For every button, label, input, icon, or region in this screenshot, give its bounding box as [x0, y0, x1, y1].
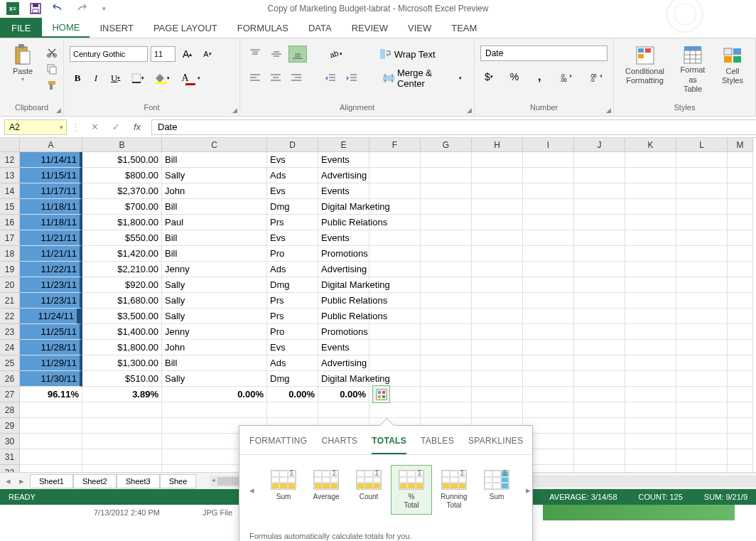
cell[interactable] [625, 465, 676, 472]
sheet-tab[interactable]: Sheet2 [73, 474, 117, 488]
row-header[interactable]: 15 [0, 199, 20, 215]
column-header-I[interactable]: I [523, 138, 574, 152]
tab-team[interactable]: TEAM [441, 18, 487, 38]
cell[interactable] [369, 324, 421, 340]
row-header[interactable]: 16 [0, 215, 20, 230]
name-box[interactable]: A2 [4, 119, 67, 135]
qa-tab-totals[interactable]: TOTALS [372, 436, 406, 454]
cell[interactable]: Evs [267, 340, 318, 355]
save-icon[interactable] [27, 1, 44, 16]
cell[interactable] [574, 309, 625, 324]
cell[interactable] [728, 449, 753, 465]
cell[interactable] [369, 152, 421, 168]
cell[interactable]: Advertising [318, 168, 369, 183]
cell[interactable]: Ads [267, 262, 318, 277]
orientation-icon[interactable]: ab▾ [324, 45, 347, 63]
cell[interactable]: 11/24/11 [20, 309, 82, 324]
row-header[interactable]: 23 [0, 324, 20, 340]
cell[interactable] [472, 215, 523, 230]
align-left-icon[interactable] [246, 70, 264, 87]
cell[interactable] [472, 183, 523, 199]
percent-icon[interactable]: % [506, 68, 523, 85]
cell[interactable] [421, 387, 472, 402]
cell[interactable] [728, 230, 753, 246]
cell[interactable]: Public Relations [318, 215, 369, 230]
cell[interactable] [369, 355, 421, 371]
enter-icon[interactable]: ✓ [109, 120, 123, 134]
cell[interactable] [625, 199, 676, 215]
cell[interactable] [676, 168, 728, 183]
cell[interactable]: John [162, 340, 267, 355]
column-header-A[interactable]: A [20, 138, 82, 152]
cell[interactable] [728, 215, 753, 230]
cell[interactable]: 11/21/11 [20, 246, 82, 262]
cell[interactable]: 11/29/11 [20, 355, 82, 371]
cell[interactable] [523, 340, 574, 355]
cell[interactable] [676, 355, 728, 371]
cell[interactable] [574, 277, 625, 293]
cell[interactable]: $1,400.00 [82, 324, 162, 340]
decrease-font-icon[interactable]: A▾ [199, 45, 215, 63]
cell[interactable] [523, 152, 574, 168]
column-header-C[interactable]: C [162, 138, 267, 152]
underline-button[interactable]: U▾ [107, 70, 124, 87]
qa-tab-tables[interactable]: TABLES [421, 436, 454, 454]
cell[interactable] [676, 215, 728, 230]
cell[interactable] [676, 418, 728, 434]
cell[interactable]: $700.00 [82, 199, 162, 215]
cell[interactable] [574, 215, 625, 230]
increase-decimal-icon[interactable]: .0.00 [556, 68, 577, 85]
cell[interactable]: Events [318, 230, 369, 246]
cell[interactable]: 11/18/11 [20, 215, 82, 230]
row-header[interactable]: 22 [0, 309, 20, 324]
cell[interactable]: $510.00 [82, 371, 162, 387]
cell[interactable] [728, 355, 753, 371]
cell[interactable] [421, 246, 472, 262]
number-launcher-icon[interactable]: ◢ [606, 107, 611, 114]
cell[interactable] [676, 449, 728, 465]
cell[interactable]: Dmg [267, 371, 318, 387]
cell[interactable] [728, 262, 753, 277]
decrease-decimal-icon[interactable]: .00.0 [585, 68, 607, 85]
cell[interactable] [728, 402, 753, 418]
cell[interactable] [421, 309, 472, 324]
cell[interactable] [676, 340, 728, 355]
cell[interactable] [574, 387, 625, 402]
cell[interactable]: Prs [267, 309, 318, 324]
cell[interactable] [728, 340, 753, 355]
redo-icon[interactable] [72, 1, 90, 16]
row-header[interactable]: 20 [0, 277, 20, 293]
cell[interactable] [472, 402, 523, 418]
cell[interactable] [472, 309, 523, 324]
cell[interactable]: $800.00 [82, 168, 162, 183]
cell[interactable]: Sally [162, 371, 267, 387]
cell[interactable]: 11/28/11 [20, 340, 82, 355]
cell[interactable] [523, 168, 574, 183]
cell[interactable] [625, 168, 676, 183]
cell[interactable] [676, 402, 728, 418]
format-as-table-button[interactable]: Format as Table [670, 41, 716, 97]
row-header[interactable]: 27 [0, 387, 20, 402]
cell[interactable] [20, 402, 82, 418]
cell[interactable] [82, 434, 162, 449]
decrease-indent-icon[interactable] [322, 70, 340, 87]
italic-button[interactable]: I [88, 70, 104, 87]
qa-option[interactable]: Sum [263, 465, 304, 515]
cell[interactable]: Bill [162, 246, 267, 262]
cell[interactable]: 0.00% [267, 387, 318, 402]
cell[interactable]: Evs [267, 230, 318, 246]
row-header[interactable]: 19 [0, 262, 20, 277]
column-header-K[interactable]: K [625, 138, 676, 152]
cell[interactable] [728, 309, 753, 324]
cell[interactable] [523, 230, 574, 246]
cell[interactable] [574, 340, 625, 355]
cell[interactable] [369, 183, 421, 199]
cell[interactable] [625, 262, 676, 277]
cell[interactable] [523, 199, 574, 215]
cell[interactable]: $1,800.00 [82, 340, 162, 355]
cell[interactable]: $2,370.00 [82, 183, 162, 199]
cell[interactable] [625, 402, 676, 418]
font-size-input[interactable] [151, 46, 176, 62]
cell[interactable]: 11/21/11 [20, 230, 82, 246]
cell[interactable] [676, 230, 728, 246]
